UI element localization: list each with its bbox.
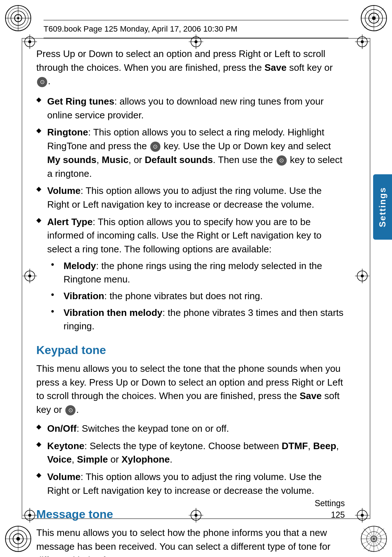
keypad-tone-body: This menu allows you to select the tone …: [36, 362, 345, 417]
intro-bullet-list: Get Ring tunes: allows you to download n…: [36, 95, 345, 333]
reg-mark-mr: [355, 269, 369, 283]
settings-tab-label: Settings: [377, 187, 388, 227]
bullet-ringtone: Ringtone: This option allows you to sele…: [36, 126, 345, 180]
border-top: [22, 38, 370, 38]
main-content: Press Up or Down to select an option and…: [36, 47, 345, 506]
keypad-tone-heading: Keypad tone: [36, 343, 345, 357]
header-text: T609.book Page 125 Monday, April 17, 200…: [44, 24, 237, 34]
corner-decoration-bl: [4, 524, 33, 553]
border-left: [22, 38, 22, 519]
sub-bullet-vibration: Vibration: the phone vibrates but does n…: [51, 289, 345, 303]
page-header: T609.book Page 125 Monday, April 17, 200…: [44, 20, 348, 38]
reg-mark-bl: [23, 508, 37, 523]
corner-decoration-br: [359, 524, 388, 553]
key-icon-4: ⊙: [65, 405, 75, 415]
settings-tab: Settings: [373, 174, 392, 240]
key-icon-2: ⊙: [150, 142, 160, 152]
sub-bullet-vibration-melody: Vibration then melody: the phone vibrate…: [51, 306, 345, 333]
bullet-keytone: Keytone: Selects the type of keytone. Ch…: [36, 439, 345, 467]
reg-mark-tr: [355, 34, 369, 49]
bullet-volume-ring: Volume: This option allows you to adjust…: [36, 184, 345, 211]
intro-paragraph: Press Up or Down to select an option and…: [36, 47, 345, 88]
footer-page-number: 125: [315, 509, 345, 521]
reg-mark-br: [355, 508, 369, 523]
bullet-volume-keypad: Volume: This option allows you to adjust…: [36, 470, 345, 497]
footer-label: Settings: [315, 497, 345, 509]
corner-decoration-tl: [4, 4, 33, 33]
reg-mark-tl: [23, 34, 37, 49]
bullet-alert-type: Alert Type: This option allows you to sp…: [36, 215, 345, 334]
message-tone-heading: Message tone: [36, 508, 345, 521]
sub-bullet-melody: Melody: the phone rings using the ring m…: [51, 259, 345, 286]
reg-mark-ml: [23, 269, 37, 283]
keypad-tone-bullet-list: On/Off: Switches the keypad tone on or o…: [36, 422, 345, 497]
corner-decoration-tr: [359, 4, 388, 33]
key-icon-3: ⊙: [277, 155, 287, 166]
page-footer: Settings 125: [315, 497, 345, 521]
border-right: [370, 38, 370, 519]
bullet-get-ring-tunes: Get Ring tunes: allows you to download n…: [36, 95, 345, 122]
alert-type-sub-list: Melody: the phone rings using the ring m…: [51, 259, 345, 333]
key-icon-1: ⊙: [37, 77, 47, 87]
message-tone-body: This menu allows you to select how the p…: [36, 526, 345, 557]
bullet-on-off: On/Off: Switches the keypad tone on or o…: [36, 422, 345, 436]
